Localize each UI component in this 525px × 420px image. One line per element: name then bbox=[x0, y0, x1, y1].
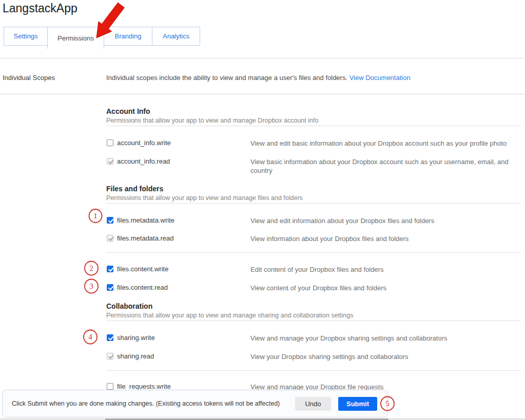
divider bbox=[106, 252, 521, 253]
page-title: LangstackApp bbox=[3, 2, 77, 15]
section-subtitle-collaboration: Permissions that allow your app to view … bbox=[106, 312, 354, 319]
permission-row: files.content.write bbox=[107, 265, 168, 273]
permission-label: file_requests.write bbox=[117, 383, 171, 390]
annotation-circle-3: 3 bbox=[85, 279, 98, 293]
divider bbox=[106, 126, 521, 126]
divider bbox=[106, 370, 521, 371]
permission-label: account_info.write bbox=[117, 139, 171, 147]
permission-row: sharing.read bbox=[107, 352, 154, 360]
permission-label: files.metadata.read bbox=[117, 234, 174, 242]
annotation-circle-4: 4 bbox=[84, 330, 97, 344]
section-title-account-info: Account Info bbox=[106, 107, 150, 115]
permission-description: View information about your Dropbox file… bbox=[250, 234, 513, 243]
permission-label: files.content.read bbox=[117, 284, 168, 291]
checkbox-files-content-read[interactable] bbox=[107, 284, 113, 291]
permission-row: account_info.write bbox=[107, 139, 171, 147]
permission-description: View basic information about your Dropbo… bbox=[250, 157, 513, 175]
permission-label: account_info.read bbox=[117, 157, 170, 165]
checkbox-file-requests-write[interactable] bbox=[107, 383, 113, 390]
annotation-circle-1: 1 bbox=[89, 209, 102, 223]
permission-row: files.content.read bbox=[107, 284, 168, 291]
permission-description: View your Dropbox sharing settings and c… bbox=[250, 352, 513, 361]
submit-banner-message: Click Submit when you are done making ch… bbox=[12, 390, 280, 417]
divider bbox=[0, 58, 525, 58]
svg-text:1: 1 bbox=[93, 212, 98, 220]
checkbox-sharing-write[interactable] bbox=[107, 334, 113, 341]
individual-scopes-description: Individual scopes include the ability to… bbox=[106, 74, 411, 82]
permission-label: sharing.read bbox=[117, 352, 154, 360]
tab-analytics[interactable]: Analytics bbox=[152, 27, 200, 46]
svg-text:3: 3 bbox=[89, 282, 93, 290]
svg-text:4: 4 bbox=[88, 333, 92, 341]
permission-label: sharing.write bbox=[117, 334, 155, 342]
checkbox-sharing-read bbox=[107, 353, 113, 359]
checkbox-account-info-read bbox=[107, 158, 113, 165]
tab-settings[interactable]: Settings bbox=[4, 27, 48, 46]
permission-label: files.metadata.write bbox=[117, 216, 174, 224]
submit-button[interactable]: Submit bbox=[338, 397, 377, 411]
permission-row: file_requests.write bbox=[107, 383, 171, 390]
permission-row: files.metadata.read bbox=[107, 234, 174, 242]
permission-row: files.metadata.write bbox=[107, 216, 174, 224]
undo-button[interactable]: Undo bbox=[295, 397, 331, 411]
divider bbox=[106, 203, 521, 204]
app-console-page: LangstackApp Settings Permissions Brandi… bbox=[0, 0, 525, 420]
checkbox-files-metadata-write[interactable] bbox=[107, 217, 113, 224]
individual-scopes-label: Individual Scopes bbox=[3, 74, 55, 82]
permission-description: View content of your Dropbox files and f… bbox=[250, 284, 513, 292]
permission-description: View and edit basic information about yo… bbox=[250, 139, 513, 148]
tab-branding[interactable]: Branding bbox=[104, 27, 152, 46]
scopes-description-text: Individual scopes include the ability to… bbox=[106, 74, 349, 82]
tab-permissions[interactable]: Permissions bbox=[47, 27, 104, 49]
svg-text:2: 2 bbox=[89, 264, 93, 272]
permission-label: files.content.write bbox=[117, 265, 168, 273]
section-title-files-and-folders: Files and folders bbox=[106, 185, 163, 193]
permission-description: View and manage your Dropbox sharing set… bbox=[250, 334, 513, 343]
divider bbox=[0, 94, 525, 94]
checkbox-files-metadata-read bbox=[107, 235, 113, 242]
submit-banner: Click Submit when you are done making ch… bbox=[2, 390, 388, 417]
section-title-collaboration: Collaboration bbox=[106, 302, 152, 310]
view-documentation-link[interactable]: View Documentation bbox=[349, 74, 411, 82]
annotation-circle-2: 2 bbox=[85, 262, 98, 275]
permission-row: sharing.write bbox=[107, 334, 155, 342]
checkbox-account-info-write[interactable] bbox=[107, 139, 113, 146]
permission-description: View and edit information about your Dro… bbox=[250, 216, 513, 225]
section-subtitle-account-info: Permissions that allow your app to view … bbox=[106, 117, 318, 124]
permission-row: account_info.read bbox=[107, 157, 170, 165]
divider bbox=[106, 321, 521, 321]
checkbox-files-content-write[interactable] bbox=[107, 266, 113, 272]
section-subtitle-files-and-folders: Permissions that allow your app to view … bbox=[106, 194, 303, 202]
permission-description: Edit content of your Dropbox files and f… bbox=[250, 265, 513, 274]
